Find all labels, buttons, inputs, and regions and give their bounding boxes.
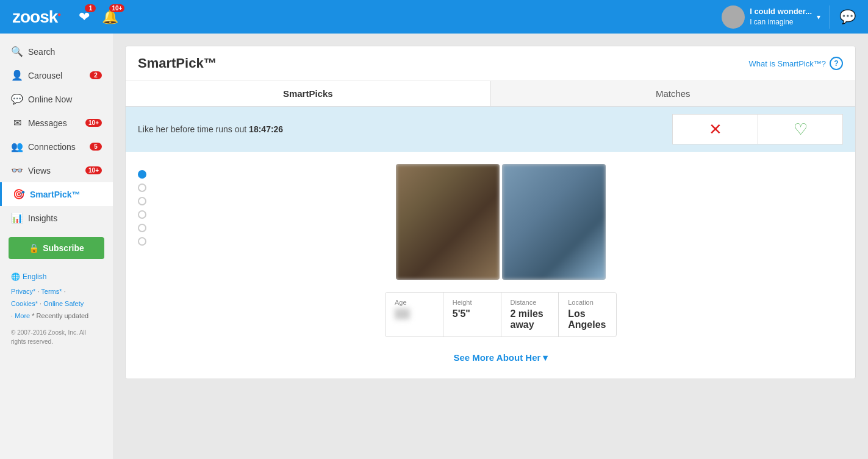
- height-value: 5'5": [453, 308, 492, 319]
- help-link-text: What is SmartPick™?: [749, 59, 826, 68]
- timer-bar: Like her before time runs out 18:47:26 ✕…: [126, 107, 855, 152]
- photo-dot-6[interactable]: [138, 237, 146, 246]
- privacy-link[interactable]: Privacy*: [11, 288, 35, 295]
- sidebar-item-online-now[interactable]: 💬 Online Now: [0, 87, 113, 111]
- like-icon: ♡: [794, 120, 808, 139]
- profile-photos: [396, 164, 606, 280]
- language-selector[interactable]: 🌐 English: [11, 272, 102, 281]
- subscribe-label: Subscribe: [43, 243, 84, 253]
- recently-updated-text: * Recently updated: [32, 312, 88, 319]
- terms-link[interactable]: Terms*: [41, 288, 62, 295]
- timer-text: Like her before time runs out 18:47:26: [138, 124, 283, 134]
- photos-and-stats: Age Height 5'5" Distance 2 miles away: [159, 164, 843, 366]
- profile-area: Age Height 5'5" Distance 2 miles away: [126, 152, 855, 379]
- tab-smartpicks[interactable]: SmartPicks: [126, 81, 491, 106]
- see-more-link[interactable]: See More About Her ▾: [454, 352, 548, 363]
- insights-icon: 📊: [11, 212, 23, 224]
- location-value: Los Angeles: [568, 308, 607, 330]
- main-content: SmartPick™ What is SmartPick™? ? SmartPi…: [113, 34, 868, 459]
- alerts-button[interactable]: 🔔 10+: [102, 9, 118, 25]
- age-value: [395, 308, 410, 319]
- avatar: [722, 5, 745, 29]
- topnav-right: I could wonder... I can imagine ▾ 💬: [722, 5, 856, 29]
- photo-indicators: [138, 164, 146, 366]
- photo-dot-4[interactable]: [138, 210, 146, 219]
- logo: zoosk●: [12, 7, 60, 27]
- sidebar-item-label: Search: [28, 47, 102, 57]
- more-link[interactable]: More: [15, 312, 30, 319]
- carousel-badge: 2: [90, 71, 102, 79]
- user-menu[interactable]: I could wonder... I can imagine ▾: [722, 5, 830, 29]
- dislike-button[interactable]: ✕: [672, 114, 758, 144]
- username: I could wonder...: [750, 6, 812, 17]
- smartpick-help-link[interactable]: What is SmartPick™? ?: [749, 57, 843, 70]
- messages-badge: 10+: [85, 119, 102, 127]
- profile-stats: Age Height 5'5" Distance 2 miles away: [385, 292, 617, 337]
- sidebar-item-views[interactable]: 👓 Views 10+: [0, 158, 113, 182]
- distance-value: 2 miles away: [511, 308, 550, 330]
- subscribe-button[interactable]: 🔒 Subscribe: [9, 237, 104, 259]
- smartpick-header: SmartPick™ What is SmartPick™? ?: [126, 46, 855, 81]
- alerts-badge: 10+: [109, 4, 124, 12]
- topnav: zoosk● ❤ 1 🔔 10+ I could wonder... I can…: [0, 0, 868, 34]
- chat-icon[interactable]: 💬: [839, 9, 856, 25]
- smartpick-container: SmartPick™ What is SmartPick™? ? SmartPi…: [125, 46, 856, 379]
- sidebar-item-search[interactable]: 🔍 Search: [0, 40, 113, 63]
- chevron-down-icon: ▾: [817, 13, 820, 21]
- sidebar-item-carousel[interactable]: 👤 Carousel 2: [0, 63, 113, 87]
- photo-dot-2[interactable]: [138, 183, 146, 192]
- distance-label: Distance: [511, 299, 550, 306]
- sidebar-item-label: Views: [28, 166, 85, 176]
- sidebar-item-label: Insights: [28, 213, 102, 223]
- stat-location: Location Los Angeles: [559, 293, 616, 336]
- sidebar-item-label: Online Now: [28, 94, 102, 104]
- user-info: I could wonder... I can imagine: [750, 6, 812, 27]
- profile-photo-2[interactable]: [502, 164, 606, 280]
- connections-badge: 5: [90, 143, 102, 151]
- location-label: Location: [568, 299, 607, 306]
- timer-prefix: Like her before time runs out: [138, 124, 246, 134]
- search-icon: 🔍: [11, 46, 23, 57]
- footer-links: Privacy* · Terms* · Cookies* · Online Sa…: [11, 286, 102, 322]
- smartpick-icon: 🎯: [13, 188, 25, 200]
- height-label: Height: [453, 299, 492, 306]
- action-buttons: ✕ ♡: [672, 114, 843, 144]
- layout: 🔍 Search 👤 Carousel 2 💬 Online Now ✉ Mes…: [0, 34, 868, 459]
- age-label: Age: [395, 299, 434, 306]
- smartpick-title: SmartPick™: [138, 55, 217, 71]
- online-safety-link[interactable]: Online Safety: [43, 300, 84, 307]
- online-icon: 💬: [11, 93, 23, 105]
- sidebar-item-label: SmartPick™: [30, 190, 102, 199]
- copyright: © 2007-2016 Zoosk, Inc. All rights reser…: [11, 328, 102, 346]
- sidebar-item-label: Connections: [28, 142, 90, 152]
- topnav-icons: ❤ 1 🔔 10+: [79, 9, 722, 25]
- connections-icon: 👥: [11, 141, 23, 152]
- photo-dot-5[interactable]: [138, 224, 146, 232]
- user-subtitle: I can imagine: [750, 17, 812, 27]
- cookies-link[interactable]: Cookies*: [11, 300, 38, 307]
- photo-dot-3[interactable]: [138, 197, 146, 205]
- dislike-icon: ✕: [709, 120, 722, 139]
- notifications-button[interactable]: ❤ 1: [79, 9, 90, 25]
- sidebar-item-label: Messages: [28, 118, 85, 128]
- sidebar: 🔍 Search 👤 Carousel 2 💬 Online Now ✉ Mes…: [0, 34, 113, 459]
- sidebar-item-insights[interactable]: 📊 Insights: [0, 206, 113, 230]
- sidebar-item-connections[interactable]: 👥 Connections 5: [0, 135, 113, 158]
- messages-icon: ✉: [11, 117, 23, 129]
- notifications-badge: 1: [85, 4, 96, 12]
- tab-matches[interactable]: Matches: [491, 81, 856, 106]
- carousel-icon: 👤: [11, 69, 23, 81]
- views-icon: 👓: [11, 165, 23, 176]
- language-label: English: [23, 272, 46, 281]
- photo-dot-1[interactable]: [138, 170, 146, 179]
- views-badge: 10+: [85, 166, 102, 174]
- timer-countdown: 18:47:26: [249, 124, 283, 134]
- globe-icon: 🌐: [11, 272, 20, 281]
- like-button[interactable]: ♡: [758, 114, 843, 144]
- sidebar-item-messages[interactable]: ✉ Messages 10+: [0, 111, 113, 135]
- profile-photo-1[interactable]: [396, 164, 500, 280]
- sidebar-item-smartpick[interactable]: 🎯 SmartPick™: [0, 182, 113, 206]
- lock-icon: 🔒: [29, 243, 39, 253]
- stat-height: Height 5'5": [443, 293, 501, 336]
- stat-age: Age: [386, 293, 443, 336]
